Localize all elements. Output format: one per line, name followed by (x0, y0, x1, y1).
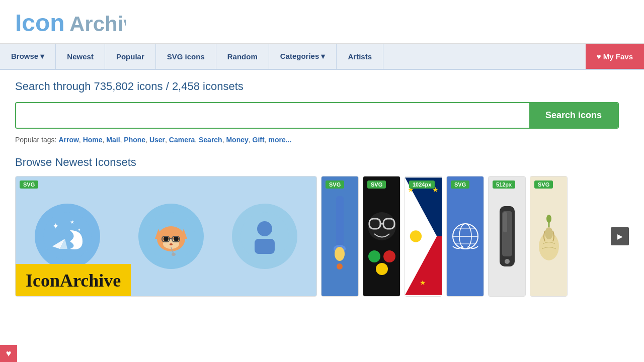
iconset-card-5[interactable]: SVG (446, 176, 484, 297)
iconset-card-6[interactable]: 512px (488, 176, 526, 297)
svg-point-18 (170, 243, 173, 245)
badge-512px: 512px (493, 180, 515, 189)
card-3-inner (363, 176, 400, 296)
nav-popular[interactable]: Popular (105, 44, 156, 69)
iconset-card-3[interactable]: SVG (363, 176, 400, 297)
tag-home[interactable]: Home (83, 136, 103, 144)
nav-categories[interactable]: Categories ▾ (269, 44, 337, 69)
iconsets-row: SVG ✦ ★ ✦ (15, 176, 629, 297)
badge-1024px: 1024px (409, 180, 435, 189)
tag-more[interactable]: more... (268, 136, 291, 144)
svg-rect-51 (503, 212, 507, 232)
tagline: Search through 735,802 icons / 2,458 ico… (15, 80, 629, 93)
svg-point-53 (545, 227, 553, 239)
tag-arrow[interactable]: Arrow (58, 136, 78, 144)
circle-person (232, 204, 297, 269)
svg-point-55 (546, 215, 551, 223)
nav-newest[interactable]: Newest (56, 44, 105, 69)
search-input[interactable] (16, 103, 529, 128)
popular-tags: Popular tags: Arrow, Home, Mail, Phone, … (15, 136, 629, 144)
tag-search[interactable]: Search (199, 136, 222, 144)
browse-title: Browse Newest Iconsets (15, 156, 629, 169)
svg-point-38 (410, 230, 422, 242)
svg-point-32 (368, 250, 380, 262)
circle-night: ✦ ★ ✦ (35, 204, 100, 269)
nav: Browse ▾ Newest Popular SVG icons Random… (0, 44, 644, 70)
logo[interactable]: Icon Archive (15, 6, 629, 38)
svg-text:Archive: Archive (69, 12, 126, 36)
main-card-bg: ✦ ★ ✦ (16, 176, 316, 296)
main-content: Search through 735,802 icons / 2,458 ico… (0, 70, 644, 307)
svg-rect-24 (336, 196, 344, 246)
svg-text:✦: ✦ (52, 222, 59, 230)
tag-mail[interactable]: Mail (106, 136, 120, 144)
card-4-inner: ★ ★ ★ (405, 176, 442, 296)
badge-svg-2: SVG (326, 180, 344, 189)
card-5-inner (447, 176, 484, 296)
svg-text:✦: ✦ (77, 228, 81, 232)
header: Icon Archive (0, 0, 644, 44)
badge-svg-5: SVG (451, 180, 469, 189)
tag-camera[interactable]: Camera (169, 136, 195, 144)
svg-point-20 (172, 253, 176, 256)
svg-point-13 (164, 236, 169, 241)
iconset-card-2[interactable]: SVG (321, 176, 359, 297)
svg-point-26 (335, 247, 345, 261)
card-logo-text: IconArchive (26, 270, 121, 291)
iconset-card-main[interactable]: SVG ✦ ★ ✦ (15, 176, 317, 297)
tag-gift[interactable]: Gift (253, 136, 265, 144)
nav-my-favs[interactable]: ♥ My Favs (586, 44, 644, 69)
badge-svg-3: SVG (367, 180, 386, 189)
svg-text:★: ★ (420, 279, 426, 287)
nav-browse[interactable]: Browse ▾ (0, 44, 56, 69)
nav-svg-icons[interactable]: SVG icons (156, 44, 216, 69)
card-7-inner (530, 176, 567, 296)
iconset-card-4[interactable]: 1024px ★ ★ ★ (405, 176, 442, 297)
search-button[interactable]: Search icons (529, 103, 618, 128)
card-2-inner (321, 176, 358, 296)
popular-tags-prefix: Popular tags: (15, 136, 58, 144)
card-6-inner (489, 176, 525, 296)
svg-point-14 (174, 236, 179, 241)
svg-rect-23 (255, 239, 275, 254)
svg-point-28 (368, 212, 396, 240)
svg-point-34 (376, 263, 388, 275)
iconset-card-7[interactable]: SVG (530, 176, 568, 297)
next-arrow[interactable]: ▶ (611, 227, 629, 245)
svg-text:★: ★ (70, 219, 74, 225)
search-container: Search icons (15, 102, 619, 129)
badge-svg-7: SVG (534, 180, 553, 189)
nav-artists[interactable]: Artists (337, 44, 383, 69)
svg-point-33 (383, 250, 395, 262)
badge-svg-main: SVG (20, 180, 38, 189)
card-logo-overlay: IconArchive (16, 264, 131, 296)
tag-money[interactable]: Money (226, 136, 248, 144)
svg-text:Icon: Icon (15, 10, 65, 36)
tag-user[interactable]: User (149, 136, 165, 144)
svg-point-27 (337, 263, 343, 269)
svg-point-50 (505, 259, 510, 264)
svg-point-2 (43, 212, 92, 260)
nav-random[interactable]: Random (216, 44, 269, 69)
tag-phone[interactable]: Phone (124, 136, 145, 144)
svg-point-22 (257, 221, 272, 236)
circle-fox (138, 204, 204, 269)
